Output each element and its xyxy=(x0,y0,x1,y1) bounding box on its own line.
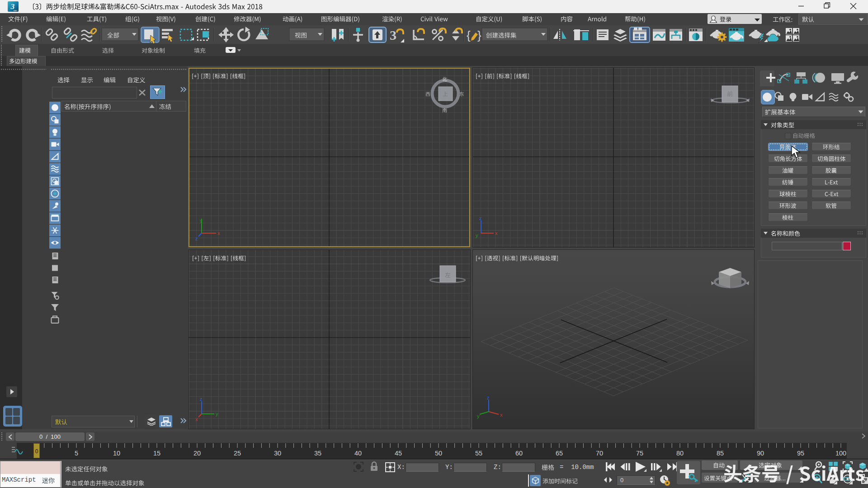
svg-text:y: y xyxy=(477,413,480,419)
svg-text:MAX: MAX xyxy=(14,9,18,12)
svg-text:z: z xyxy=(487,395,490,400)
svg-text:x: x xyxy=(195,417,198,422)
svg-text:z: z xyxy=(195,236,198,241)
svg-text:y: y xyxy=(476,233,478,238)
svg-text:y: y xyxy=(216,411,218,417)
svg-text:x: x xyxy=(217,230,220,236)
svg-text:x: x xyxy=(500,412,503,418)
svg-text:}: } xyxy=(477,28,481,42)
svg-text:z: z xyxy=(479,217,482,221)
svg-text:z: z xyxy=(200,398,203,402)
svg-text:{: { xyxy=(467,28,471,42)
svg-text:y: y xyxy=(200,218,203,223)
svg-text:3: 3 xyxy=(390,28,396,42)
svg-text:x: x xyxy=(495,230,498,236)
